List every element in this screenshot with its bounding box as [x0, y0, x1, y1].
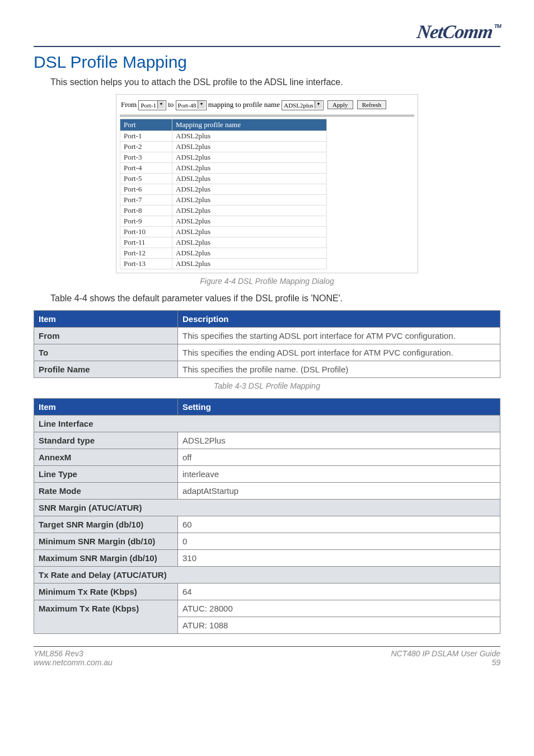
st-item: AnnexM	[34, 449, 178, 466]
profile-cell: ADSL2plus	[172, 237, 327, 248]
table-row: FromThis specifies the starting ADSL por…	[34, 328, 500, 344]
t43-item: From	[34, 328, 178, 344]
st-item: Maximum Tx Rate (Kbps)	[34, 600, 178, 634]
profile-cell: ADSL2plus	[172, 227, 327, 237]
port-cell: Port-10	[120, 227, 172, 237]
port-cell: Port-5	[120, 174, 172, 184]
profile-cell: ADSL2plus	[172, 163, 327, 174]
col-port: Port	[120, 119, 172, 131]
section-txrate: Tx Rate and Delay (ATUC/ATUR)	[34, 567, 500, 584]
st-item: Minimum Tx Rate (Kbps)	[34, 584, 178, 600]
mapping-label: mapping to profile name	[208, 100, 280, 109]
footer-guide: NCT480 IP DSLAM User Guide	[391, 649, 500, 658]
table-row: Minimum SNR Margin (db/10)0	[34, 533, 500, 550]
t43-item: Profile Name	[34, 361, 178, 378]
table-row: Line Typeinterleave	[34, 466, 500, 483]
brand-logo: NetComm TM	[416, 22, 502, 41]
header-logo-area: NetComm TM	[34, 22, 500, 44]
t43-item: To	[34, 344, 178, 361]
port-cell: Port-1	[120, 131, 172, 142]
table-row: Port-8ADSL2plus	[120, 206, 327, 216]
st-setting: 60	[178, 516, 500, 533]
dialog-controls-row: From Port-1▾ to Port-48▾ mapping to prof…	[120, 98, 414, 116]
profile-cell: ADSL2plus	[172, 142, 327, 152]
port-cell: Port-11	[120, 237, 172, 248]
apply-button[interactable]: Apply	[327, 100, 353, 109]
table-row: Port-11ADSL2plus	[120, 237, 327, 248]
port-cell: Port-8	[120, 206, 172, 216]
st-setting: ATUR: 1088	[178, 617, 500, 634]
port-cell: Port-13	[120, 259, 172, 269]
st-setting: 0	[178, 533, 500, 550]
dsl-mapping-dialog: From Port-1▾ to Port-48▾ mapping to prof…	[116, 94, 418, 273]
footer-rev: YML856 Rev3	[34, 649, 83, 658]
profile-cell: ADSL2plus	[172, 174, 327, 184]
to-port-select[interactable]: Port-48▾	[176, 100, 207, 110]
profile-cell: ADSL2plus	[172, 131, 327, 142]
table-row: Target SNR Margin (db/10)60	[34, 516, 500, 533]
footer-page: 59	[491, 658, 500, 667]
profile-cell: ADSL2plus	[172, 184, 327, 195]
port-cell: Port-7	[120, 195, 172, 206]
st-item: Maximum SNR Margin (db/10)	[34, 550, 178, 567]
st-item: Rate Mode	[34, 483, 178, 500]
table-row: Standard typeADSL2Plus	[34, 432, 500, 449]
table-row: Port-3ADSL2plus	[120, 152, 327, 163]
trademark-icon: TM	[494, 24, 502, 29]
table-row: Port-7ADSL2plus	[120, 195, 327, 206]
table-row: Port-12ADSL2plus	[120, 248, 327, 259]
chevron-down-icon: ▾	[315, 101, 322, 109]
to-label: to	[168, 100, 174, 109]
t43-desc: This specifies the ending ADSL port inte…	[178, 344, 500, 361]
profile-cell: ADSL2plus	[172, 195, 327, 206]
st-setting: 64	[178, 584, 500, 600]
chevron-down-icon: ▾	[157, 101, 165, 109]
table-row: Port-2ADSL2plus	[120, 142, 327, 152]
header-divider	[34, 46, 500, 47]
table-row: Port-13ADSL2plus	[120, 259, 327, 269]
table-row: Port-1ADSL2plus	[120, 131, 327, 142]
table-row: Port-5ADSL2plus	[120, 174, 327, 184]
refresh-button[interactable]: Refresh	[357, 100, 386, 109]
port-cell: Port-12	[120, 248, 172, 259]
st-setting: interleave	[178, 466, 500, 483]
port-cell: Port-6	[120, 184, 172, 195]
figure-caption: Figure 4-4 DSL Profile Mapping Dialog	[34, 277, 500, 286]
st-setting: off	[178, 449, 500, 466]
from-port-select[interactable]: Port-1▾	[138, 100, 166, 110]
table-4-3-caption: Table 4-3 DSL Profile Mapping	[34, 381, 500, 390]
intro-text: This section helps you to attach the DSL…	[50, 77, 500, 87]
st-item: Line Type	[34, 466, 178, 483]
st-setting: ADSL2Plus	[178, 432, 500, 449]
st-head-item: Item	[34, 399, 178, 416]
st-setting: 310	[178, 550, 500, 567]
st-head-setting: Setting	[178, 399, 500, 416]
settings-table: Item Setting Line Interface Standard typ…	[34, 398, 500, 634]
port-cell: Port-9	[120, 216, 172, 227]
st-item: Target SNR Margin (db/10)	[34, 516, 178, 533]
st-setting: adaptAtStartup	[178, 483, 500, 500]
table-row: AnnexMoff	[34, 449, 500, 466]
profile-cell: ADSL2plus	[172, 216, 327, 227]
page-title: DSL Profile Mapping	[34, 53, 500, 72]
table-row: Port-6ADSL2plus	[120, 184, 327, 195]
chevron-down-icon: ▾	[198, 101, 205, 109]
st-item: Standard type	[34, 432, 178, 449]
table-row: Maximum SNR Margin (db/10)310	[34, 550, 500, 567]
profile-cell: ADSL2plus	[172, 248, 327, 259]
from-label: From	[121, 100, 137, 109]
table-row: Port-9ADSL2plus	[120, 216, 327, 227]
profile-name-select[interactable]: ADSL2plus▾	[282, 100, 324, 110]
port-cell: Port-2	[120, 142, 172, 152]
t43-desc: This specifies the starting ADSL port in…	[178, 328, 500, 344]
port-cell: Port-3	[120, 152, 172, 163]
t43-head-desc: Description	[178, 311, 500, 328]
profile-cell: ADSL2plus	[172, 152, 327, 163]
table-row: Rate ModeadaptAtStartup	[34, 483, 500, 500]
table-row: Port-4ADSL2plus	[120, 163, 327, 174]
table-row: Profile NameThis specifies the profile n…	[34, 361, 500, 378]
paragraph-2: Table 4-4 shows the default parameter va…	[50, 293, 500, 304]
table-4-3: Item Description FromThis specifies the …	[34, 310, 500, 378]
t43-desc: This specifies the profile name. (DSL Pr…	[178, 361, 500, 378]
st-item: Minimum SNR Margin (db/10)	[34, 533, 178, 550]
